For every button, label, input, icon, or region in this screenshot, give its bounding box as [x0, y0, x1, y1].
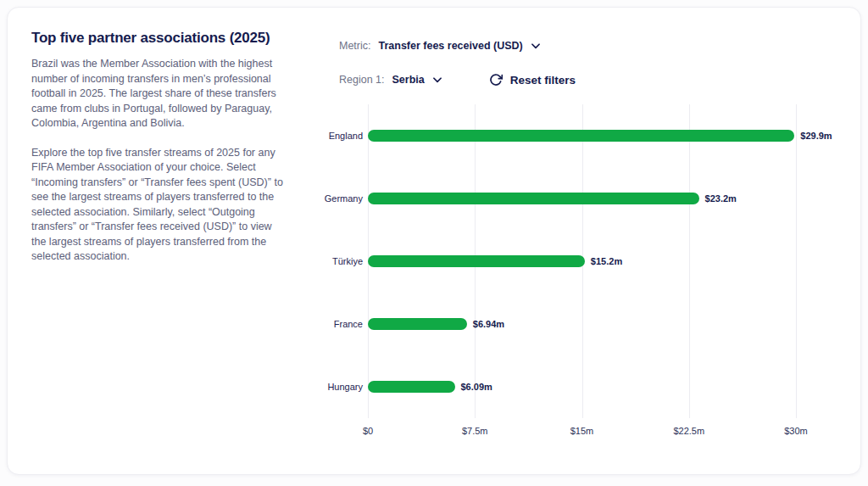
reset-filters-button[interactable]: Reset filters: [489, 73, 576, 87]
x-axis-tick-label: $30m: [784, 426, 808, 436]
bar[interactable]: [368, 255, 585, 267]
x-axis-tick-label: $7.5m: [462, 426, 488, 436]
metric-dropdown-value: Transfer fees received (USD): [379, 40, 523, 52]
bar-category-label: France: [334, 319, 363, 329]
reset-filters-label: Reset filters: [510, 74, 576, 87]
metric-dropdown[interactable]: Transfer fees received (USD): [379, 40, 542, 52]
refresh-icon: [489, 73, 503, 87]
bar-category-label: Türkiye: [332, 256, 363, 266]
chevron-down-icon: [530, 40, 542, 52]
region-dropdown-value: Serbia: [392, 74, 425, 86]
bar-category-label: England: [329, 131, 363, 141]
bar-value-label: $23.2m: [705, 193, 737, 204]
bar[interactable]: [368, 318, 467, 330]
description-panel: Top five partner associations (2025) Bra…: [31, 30, 296, 279]
bar-value-label: $6.94m: [473, 319, 504, 329]
metric-row: Metric: Transfer fees received (USD): [339, 36, 839, 56]
x-axis-tick-label: $0: [363, 426, 373, 436]
chevron-down-icon: [431, 74, 443, 86]
filter-controls: Metric: Transfer fees received (USD) Reg…: [339, 36, 839, 103]
chart-row: Hungary$6.09m: [368, 355, 796, 418]
description-paragraph-2: Explore the top five transfer streams of…: [31, 146, 287, 265]
region-dropdown[interactable]: Serbia: [392, 74, 443, 86]
bar[interactable]: [368, 381, 455, 393]
bar-value-label: $6.09m: [461, 382, 492, 392]
chart-row: France$6.94m: [368, 293, 796, 355]
bar[interactable]: [368, 130, 794, 142]
bar[interactable]: [368, 193, 699, 204]
region-row: Region 1: Serbia Reset filters: [339, 70, 839, 90]
description-paragraph-1: Brazil was the Member Association with t…: [31, 57, 287, 131]
bar-category-label: Hungary: [327, 382, 363, 392]
dashboard-card: Top five partner associations (2025) Bra…: [7, 7, 861, 475]
bar-value-label: $15.2m: [591, 256, 622, 266]
chart-row: England$29.9m: [368, 104, 796, 167]
metric-label: Metric:: [339, 40, 371, 52]
x-axis-tick-label: $15m: [570, 426, 594, 436]
page-title: Top five partner associations (2025): [31, 30, 296, 47]
gridline: [796, 104, 797, 418]
bar-value-label: $29.9m: [800, 131, 832, 141]
x-axis-tick-label: $22.5m: [673, 426, 704, 436]
chart-row: Germany$23.2m: [368, 167, 796, 230]
region-label: Region 1:: [339, 74, 385, 86]
bar-chart: $0$7.5m$15m$22.5m$30mEngland$29.9mGerman…: [368, 104, 796, 418]
chart-row: Türkiye$15.2m: [368, 230, 796, 293]
bar-category-label: Germany: [325, 193, 363, 204]
